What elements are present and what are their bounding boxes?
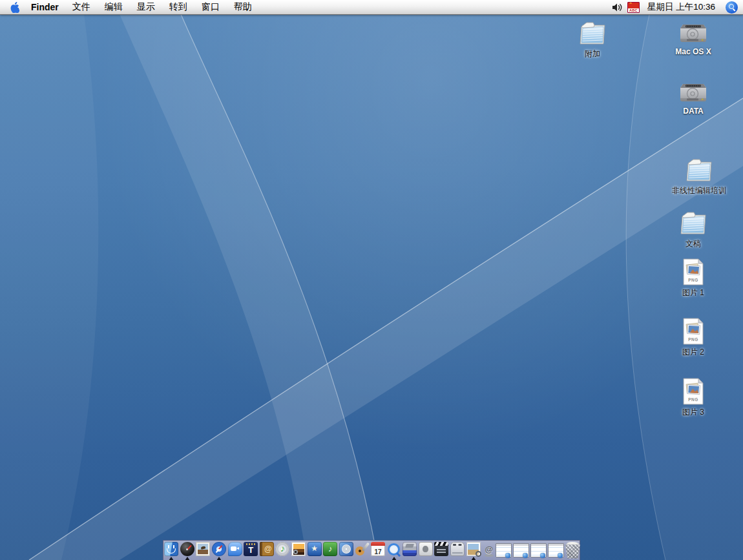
desktop-icon-picture-2[interactable]: PNG 图片 2	[671, 318, 716, 358]
dock-document-area	[481, 541, 583, 560]
idvd-dock-icon[interactable]	[339, 542, 353, 556]
desktop-icon-fujia-folder[interactable]: 附加	[567, 21, 618, 59]
dock: 17	[163, 540, 580, 560]
wallpaper-swoosh-graphics	[0, 14, 743, 560]
icon-label: 文稿	[685, 238, 701, 249]
minimized-window[interactable]	[496, 543, 512, 557]
iphoto-dock-icon[interactable]	[291, 542, 306, 556]
apple-logo-icon	[10, 2, 19, 13]
trash-icon[interactable]	[564, 543, 581, 559]
desktop-icon-picture-1[interactable]: PNG 图片 1	[671, 258, 716, 298]
menu-file[interactable]: 文件	[65, 1, 98, 13]
png-badge: PNG	[682, 278, 705, 282]
icon-label: 图片 1	[682, 287, 704, 298]
menu-go[interactable]: 转到	[162, 1, 194, 13]
garageband-dock-icon[interactable]	[355, 542, 369, 556]
quicktime-dock-icon[interactable]	[387, 542, 401, 556]
png-badge: PNG	[682, 337, 705, 342]
running-indicator	[185, 557, 190, 560]
app-menu-finder[interactable]: Finder	[25, 2, 65, 12]
icon-label: 附加	[585, 48, 600, 59]
address-book-dock-icon[interactable]	[260, 542, 274, 556]
dock-app-area: 17	[163, 541, 481, 560]
running-indicator	[169, 557, 174, 560]
folder-icon	[576, 21, 609, 47]
running-indicator	[471, 557, 476, 560]
final-cut-dock-icon[interactable]	[434, 542, 448, 556]
ical-day-number: 17	[371, 548, 385, 555]
menu-help[interactable]: 帮助	[227, 1, 259, 13]
itunes-dock-icon[interactable]	[275, 542, 289, 556]
png-file-icon: PNG	[682, 318, 705, 345]
png-file-icon: PNG	[682, 258, 705, 285]
png-badge: PNG	[682, 397, 705, 402]
finder-dock-icon[interactable]	[164, 542, 178, 556]
china-flag-icon	[628, 3, 639, 8]
desktop-wallpaper	[0, 14, 743, 560]
menubar-clock[interactable]: 星期日 上午10:36	[644, 1, 719, 13]
compressor-dock-icon[interactable]	[403, 542, 417, 556]
livetype-dock-icon[interactable]	[244, 542, 258, 556]
sysprefs-dock-icon[interactable]	[419, 542, 433, 556]
desktop-icon-wengao-folder[interactable]: 文稿	[667, 211, 719, 249]
png-file-icon: PNG	[682, 378, 705, 405]
dashboard-dock-icon[interactable]	[180, 542, 194, 556]
icon-label: 图片 2	[682, 347, 704, 358]
icon-label: 图片 3	[682, 407, 704, 418]
image-capture-dock-icon[interactable]	[196, 542, 210, 556]
minimized-window[interactable]	[513, 543, 529, 557]
internet-shortcut-icon[interactable]	[483, 544, 496, 557]
icon-label: 非线性编辑培训	[672, 185, 726, 196]
imovie-dock-icon[interactable]	[308, 542, 322, 556]
menu-view[interactable]: 显示	[130, 1, 162, 13]
icon-label: Mac OS X	[675, 47, 711, 56]
folder-icon	[677, 211, 709, 236]
minimized-window[interactable]	[530, 543, 547, 557]
ical-dock-icon[interactable]: 17	[371, 542, 385, 556]
desktop-icon-data-disk[interactable]: DATA	[667, 80, 719, 116]
running-indicator	[392, 557, 397, 560]
preview-dock-icon[interactable]	[466, 542, 481, 556]
soundtrack-dock-icon[interactable]	[323, 542, 337, 556]
volume-icon[interactable]	[612, 3, 623, 12]
menu-window[interactable]: 窗口	[194, 1, 227, 13]
trash-basket	[564, 544, 581, 559]
toast-dock-icon[interactable]	[450, 542, 465, 556]
ichat-dock-icon[interactable]	[228, 542, 242, 556]
desktop-icon-picture-3[interactable]: PNG 图片 3	[671, 378, 716, 418]
dock-windows-area	[496, 543, 564, 557]
menu-edit[interactable]: 编辑	[98, 1, 130, 13]
desktop-icon-nle-training-folder[interactable]: 非线性编辑培训	[655, 158, 743, 196]
hard-disk-icon	[678, 80, 709, 105]
running-indicator	[216, 557, 222, 560]
input-method-flag-icon[interactable]: ABC	[627, 2, 640, 13]
spotlight-icon[interactable]	[726, 1, 738, 14]
input-method-label: ABC	[628, 8, 639, 12]
menu-bar: Finder 文件 编辑 显示 转到 窗口 帮助 ABC 星期日 上午10:36	[0, 0, 743, 15]
minimized-window[interactable]	[548, 543, 564, 557]
hard-disk-icon	[678, 21, 709, 45]
safari-dock-icon[interactable]	[212, 542, 226, 556]
icon-label: DATA	[683, 107, 704, 116]
desktop-icon-macosx-disk[interactable]: Mac OS X	[667, 21, 719, 56]
apple-menu[interactable]	[5, 2, 25, 13]
folder-icon	[683, 158, 715, 183]
